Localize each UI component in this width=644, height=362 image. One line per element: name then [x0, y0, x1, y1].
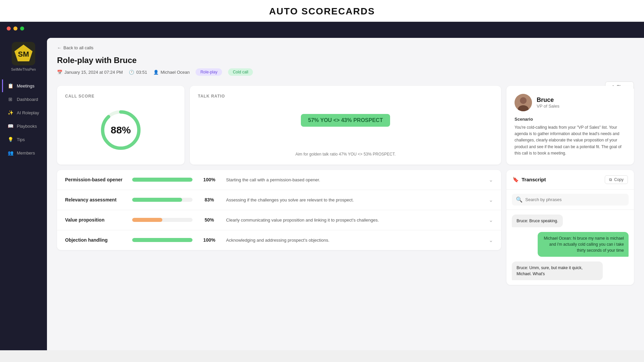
- user-icon: 👤: [153, 70, 159, 75]
- copy-button[interactable]: ⧉ Copy: [605, 175, 628, 184]
- sc-bar-wrapper: [132, 238, 193, 242]
- message-michael: Michael Ocean: hi bruce my name is micha…: [512, 232, 629, 257]
- bruce-card: Bruce VP of Sales Scenario You're cold-c…: [506, 86, 634, 165]
- svg-point-6: [520, 97, 527, 104]
- sidebar-item-ai-roleplay[interactable]: ✨ AI Roleplay: [2, 106, 45, 119]
- message-bruce: Bruce: Umm, sure, but make it quick, Mic…: [512, 261, 629, 280]
- transcript-panel: 🔖 Transcript ⧉ Copy 🔍: [506, 170, 634, 285]
- ratio-badge: 57% YOU <> 43% PROSPECT: [301, 114, 390, 127]
- clock-icon: 🕐: [129, 70, 134, 75]
- sidebar-item-members[interactable]: 👥 Members: [2, 146, 45, 159]
- sc-desc: Starting the call with a permission-base…: [226, 177, 482, 182]
- chevron-down-icon: ⌄: [489, 217, 493, 223]
- sc-name: Objection handling: [65, 237, 125, 243]
- meta-date: 📅 January 15, 2024 at 07:24 PM: [57, 70, 123, 75]
- sc-bar-wrapper: [132, 178, 193, 182]
- maximize-icon[interactable]: [20, 26, 24, 31]
- search-wrap: 🔍: [512, 194, 629, 205]
- svg-text:SM: SM: [18, 50, 29, 58]
- transcript-header: 🔖 Transcript ⧉ Copy: [506, 170, 634, 190]
- bruce-name: Bruce: [537, 97, 559, 104]
- sc-desc: Assessing if the challenges you solve ar…: [226, 197, 482, 202]
- cards-row: CALL SCORE 88%: [57, 86, 634, 165]
- scorecard-row[interactable]: Objection handling 100% Acknowledging an…: [57, 230, 501, 250]
- transcript-col: 🔖 Transcript ⧉ Copy 🔍: [506, 170, 634, 285]
- back-link[interactable]: ← Back to all calls: [57, 45, 634, 50]
- search-icon: 🔍: [516, 196, 523, 203]
- sidebar-nav: 📋 Meetings ⊞ Dashboard ✨ AI Roleplay 📖 P…: [0, 79, 47, 159]
- sc-bar-wrapper: [132, 198, 193, 202]
- talk-ratio-label: TALK RATIO: [198, 94, 493, 99]
- ai-roleplay-icon: ✨: [7, 110, 13, 116]
- window-controls: [7, 26, 24, 31]
- sidebar-item-ai-roleplay-label: AI Roleplay: [17, 110, 39, 115]
- sc-bar: [132, 198, 182, 202]
- chevron-down-icon: ⌄: [489, 177, 493, 183]
- sc-name: Permission-based opener: [65, 177, 125, 182]
- transcript-title: 🔖 Transcript: [513, 177, 546, 183]
- bruce-info: Bruce VP of Sales: [537, 97, 559, 109]
- content-area: CALL SCORE 88%: [47, 82, 644, 295]
- msg-bubble: Bruce: Umm, sure, but make it quick, Mic…: [512, 261, 603, 280]
- sidebar-item-tips[interactable]: 💡 Tips: [2, 133, 45, 146]
- back-arrow-icon: ←: [57, 45, 61, 50]
- scenario-text: You're cold-calling leads from your "VP …: [515, 124, 626, 157]
- scorecard-row[interactable]: Relevancy assessment 83% Assessing if th…: [57, 190, 501, 210]
- sidebar-item-meetings[interactable]: 📋 Meetings: [2, 79, 45, 92]
- calendar-icon: 📅: [57, 70, 62, 75]
- transcript-search: 🔍: [506, 190, 634, 210]
- sc-bar-wrapper: [132, 218, 193, 222]
- chevron-down-icon: ⌄: [489, 237, 493, 243]
- chevron-down-icon: ⌄: [489, 197, 493, 203]
- meta-user: 👤 Michael Ocean: [153, 70, 190, 75]
- tag-cold-call: Cold call: [228, 68, 253, 76]
- sc-pct: 83%: [199, 197, 219, 202]
- sidebar-item-tips-label: Tips: [17, 137, 25, 142]
- score-circle-wrapper: 88%: [65, 107, 176, 154]
- page-header: ← Back to all calls Role-play with Bruce…: [47, 38, 644, 76]
- back-link-label: Back to all calls: [63, 45, 94, 50]
- meta-duration: 🕐 03:51: [129, 70, 147, 75]
- sc-pct: 50%: [199, 217, 219, 223]
- meetings-icon: 📋: [7, 83, 13, 89]
- close-icon[interactable]: [7, 26, 11, 31]
- call-title: Role-play with Bruce: [57, 56, 634, 65]
- ratio-hint: Aim for golden talk ratio 47% YOU <> 53%…: [198, 152, 493, 157]
- transcript-messages: Bruce: Bruce speaking.Michael Ocean: hi …: [506, 210, 634, 285]
- sc-name: Relevancy assessment: [65, 197, 125, 202]
- score-value: 88%: [111, 124, 131, 136]
- minimize-icon[interactable]: [13, 26, 17, 31]
- score-circle: 88%: [97, 107, 144, 154]
- scorecard-row[interactable]: Value proposition 50% Clearly communicat…: [57, 210, 501, 230]
- scorecard-row[interactable]: Permission-based opener 100% Starting th…: [57, 170, 501, 190]
- bruce-header: Bruce VP of Sales: [515, 94, 626, 111]
- sc-name: Value proposition: [65, 217, 125, 223]
- avatar: [515, 94, 532, 111]
- sidebar-item-members-label: Members: [17, 150, 35, 156]
- members-icon: 👥: [7, 150, 13, 156]
- sidebar: SM SellMeThisPen 📋 Meetings ⊞ Dashboard …: [0, 35, 47, 350]
- sidebar-item-playbooks[interactable]: 📖 Playbooks: [2, 120, 45, 132]
- sc-bar: [132, 218, 162, 222]
- scenario-label: Scenario: [515, 117, 626, 122]
- talk-ratio-card: TALK RATIO 57% YOU <> 43% PROSPECT Aim f…: [190, 86, 501, 165]
- call-score-card: CALL SCORE 88%: [57, 86, 184, 165]
- sidebar-item-meetings-label: Meetings: [17, 83, 35, 88]
- scorecard-col: Permission-based opener 100% Starting th…: [57, 170, 501, 285]
- sc-desc: Acknowledging and addressing prospect's …: [226, 238, 482, 243]
- page-title: AUTO SCORECARDS: [0, 6, 644, 17]
- main-content: ← Back to all calls Role-play with Bruce…: [47, 38, 644, 350]
- sidebar-item-dashboard[interactable]: ⊞ Dashboard: [2, 93, 45, 106]
- sc-pct: 100%: [199, 177, 219, 182]
- brand-logo: SM: [12, 42, 35, 65]
- dashboard-icon: ⊞: [7, 96, 13, 102]
- msg-bubble: Bruce: Bruce speaking.: [512, 215, 563, 227]
- call-score-label: CALL SCORE: [65, 94, 95, 99]
- sc-pct: 100%: [199, 237, 219, 243]
- sc-bar: [132, 178, 193, 182]
- tips-icon: 💡: [7, 136, 13, 142]
- copy-icon: ⧉: [609, 177, 612, 182]
- msg-bubble: Michael Ocean: hi bruce my name is micha…: [538, 232, 629, 257]
- bruce-title: VP of Sales: [537, 104, 559, 109]
- search-input[interactable]: [525, 197, 625, 202]
